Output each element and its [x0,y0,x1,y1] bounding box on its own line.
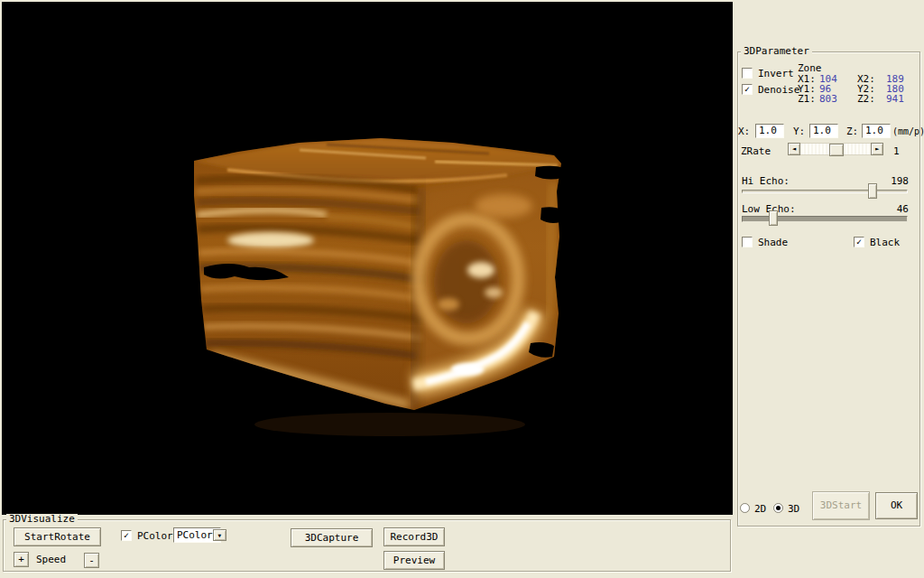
mode-3d-label: 3D [788,504,799,515]
zrate-left-button[interactable]: ◄ [788,143,800,155]
record-3d-label: Record3D [391,532,439,543]
invert-label: Invert [758,69,794,79]
low-echo-thumb[interactable] [769,210,778,226]
scale-z-value: 1.0 [865,126,883,136]
zrate-value: 1 [893,146,900,157]
scroll-left-icon: ◄ [792,144,796,154]
denoise-label: Denoise [758,85,799,96]
hi-echo-track[interactable] [742,190,908,193]
scale-y-input[interactable]: 1.0 [809,124,838,138]
speed-minus-label: - [88,555,95,566]
pcolor-label: PColor [137,531,173,542]
check-icon: ✓ [743,84,752,95]
zone-z2-label: Z2: [857,94,875,105]
hi-echo-slider[interactable] [742,190,908,193]
low-echo-track[interactable] [742,216,908,222]
scale-x-label: X: [738,126,750,137]
visualize-title: 3DVisualize [6,514,78,525]
speed-plus-label: + [18,555,24,565]
preview-button[interactable]: Preview [383,551,445,570]
scale-z-label: Z: [846,126,858,137]
scale-unit-label: (mm/p) [892,126,924,137]
pcolor-checkbox[interactable]: ✓ [121,530,132,541]
capture-3d-button[interactable]: 3DCapture [291,528,373,547]
parameter-title: 3DParameter [741,46,812,57]
black-checkbox[interactable]: ✓ [854,237,864,247]
zrate-track[interactable] [800,143,871,155]
app-window: { "colors": { "window_bg": "#ece9d8", "v… [0,0,924,578]
check-icon: ✓ [855,237,864,247]
invert-checkbox[interactable] [742,68,753,79]
denoise-checkbox[interactable]: ✓ [742,84,753,95]
low-echo-slider[interactable] [742,216,908,222]
scale-y-value: 1.0 [813,126,831,136]
mode-3d-radio[interactable] [773,503,783,513]
capture-3d-label: 3DCapture [305,533,359,544]
hi-echo-thumb[interactable] [868,183,877,199]
mode-2d-radio[interactable] [740,503,750,513]
scale-x-value: 1.0 [759,126,777,136]
hi-echo-value: 198 [880,176,909,187]
shade-label: Shade [758,238,788,248]
pcolor-dropdown-value: PColor [174,530,213,541]
zrate-thumb[interactable] [829,144,844,156]
speed-label: Speed [36,555,66,565]
shade-checkbox[interactable] [742,237,753,247]
ok-button[interactable]: OK [875,492,918,519]
pcolor-dropdown-button[interactable]: ▼ [213,529,226,541]
low-echo-value: 46 [880,204,909,215]
hi-echo-label: Hi Echo: [742,176,790,187]
scroll-right-icon: ► [875,144,879,154]
black-label: Black [870,238,900,248]
chevron-down-icon: ▼ [217,530,221,541]
pcolor-dropdown[interactable]: PColor ▼ [173,527,221,543]
speed-plus-button[interactable]: + [14,552,29,567]
start-3d-button-label: 3DStart [820,500,862,511]
scale-z-input[interactable]: 1.0 [862,124,891,138]
zone-z2-value: 941 [886,94,904,105]
zone-z1-label: Z1: [798,94,816,105]
zrate-scrollbar: ◄ ► [788,143,883,155]
zrate-right-button[interactable]: ► [871,143,883,155]
zrate-label: ZRate [741,146,771,157]
start-rotate-label: StartRotate [24,532,90,543]
ok-button-label: OK [891,500,902,511]
start-rotate-button[interactable]: StartRotate [14,527,101,546]
zone-z1-value: 803 [819,94,837,105]
record-3d-button[interactable]: Record3D [383,527,445,546]
parameter-groupbox [737,51,920,527]
volume-3d-render [2,2,733,515]
render-viewport[interactable] [2,2,733,515]
check-icon: ✓ [122,530,131,541]
scale-y-label: Y: [793,126,805,137]
preview-label: Preview [393,555,435,566]
scale-x-input[interactable]: 1.0 [755,124,784,138]
mode-2d-label: 2D [754,504,766,515]
radio-dot [776,506,781,510]
start-3d-button[interactable]: 3DStart [812,491,870,520]
speed-minus-button[interactable]: - [84,553,99,568]
